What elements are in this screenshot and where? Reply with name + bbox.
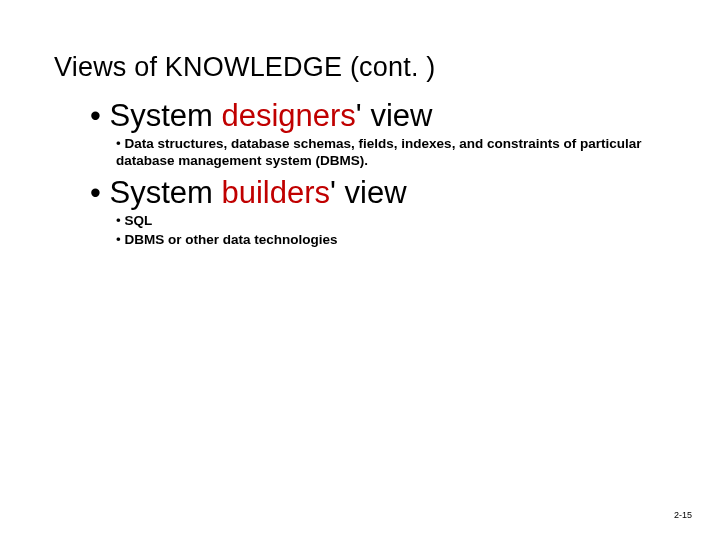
section-builders: System builders' view SQL DBMS or other … <box>90 175 680 248</box>
slide: Views of KNOWLEDGE (cont. ) System desig… <box>0 0 720 540</box>
slide-content: System designers' view Data structures, … <box>90 98 680 255</box>
page-number: 2-15 <box>674 510 692 520</box>
heading-designers-pre: System <box>109 98 221 133</box>
heading-builders-post: ' view <box>330 175 407 210</box>
bullet-builders-1: DBMS or other data technologies <box>116 232 656 249</box>
slide-title: Views of KNOWLEDGE (cont. ) <box>54 52 436 83</box>
bullet-designers-0: Data structures, database schemas, field… <box>116 136 656 170</box>
heading-builders: System builders' view <box>90 175 680 211</box>
heading-designers: System designers' view <box>90 98 680 134</box>
heading-designers-accent: designers <box>221 98 355 133</box>
bullet-builders-0: SQL <box>116 213 656 230</box>
heading-builders-pre: System <box>109 175 221 210</box>
heading-builders-accent: builders <box>221 175 330 210</box>
heading-designers-post: ' view <box>356 98 433 133</box>
section-designers: System designers' view Data structures, … <box>90 98 680 169</box>
